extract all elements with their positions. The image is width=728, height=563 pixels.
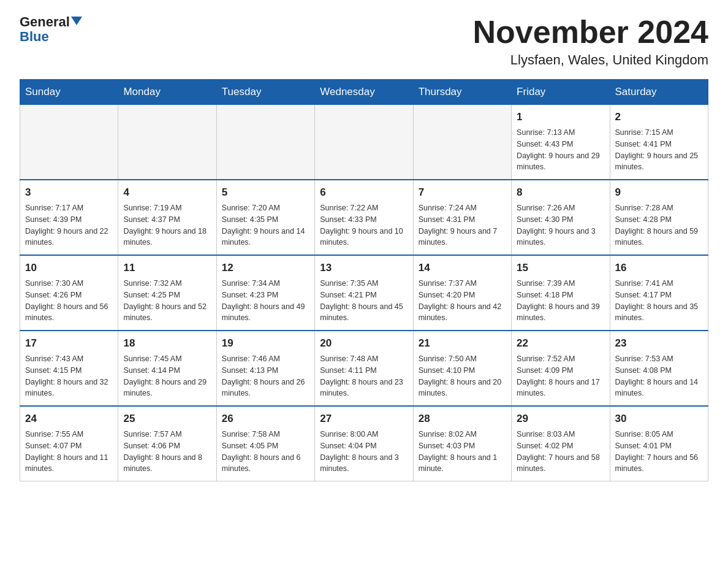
day-number: 22 bbox=[517, 336, 604, 351]
day-number: 9 bbox=[615, 185, 703, 201]
day-number: 29 bbox=[517, 412, 604, 427]
header-friday: Friday bbox=[512, 80, 610, 105]
calendar-day-cell: 3Sunrise: 7:17 AMSunset: 4:39 PMDaylight… bbox=[20, 180, 118, 255]
day-info: Sunrise: 7:20 AMSunset: 4:35 PMDaylight:… bbox=[222, 204, 305, 247]
day-info: Sunrise: 7:26 AMSunset: 4:30 PMDaylight:… bbox=[517, 204, 596, 247]
calendar-day-cell bbox=[413, 105, 511, 180]
header-tuesday: Tuesday bbox=[216, 80, 314, 105]
calendar-day-cell: 22Sunrise: 7:52 AMSunset: 4:09 PMDayligh… bbox=[512, 331, 610, 406]
day-number: 19 bbox=[222, 336, 309, 351]
calendar-day-cell bbox=[118, 105, 216, 180]
day-info: Sunrise: 7:46 AMSunset: 4:13 PMDaylight:… bbox=[222, 354, 305, 398]
calendar-day-cell: 13Sunrise: 7:35 AMSunset: 4:21 PMDayligh… bbox=[315, 255, 413, 331]
day-info: Sunrise: 7:30 AMSunset: 4:26 PMDaylight:… bbox=[25, 279, 108, 323]
day-number: 13 bbox=[320, 261, 408, 276]
page-header: General Blue November 2024 Llysfaen, Wal… bbox=[20, 15, 708, 68]
calendar-day-cell: 7Sunrise: 7:24 AMSunset: 4:31 PMDaylight… bbox=[413, 180, 511, 255]
day-number: 6 bbox=[320, 185, 408, 201]
calendar-month-year: November 2024 bbox=[473, 15, 708, 50]
day-number: 17 bbox=[25, 336, 113, 351]
calendar-day-cell: 2Sunrise: 7:15 AMSunset: 4:41 PMDaylight… bbox=[610, 105, 708, 180]
day-number: 3 bbox=[25, 185, 113, 201]
day-number: 24 bbox=[25, 412, 113, 427]
calendar-day-cell: 10Sunrise: 7:30 AMSunset: 4:26 PMDayligh… bbox=[20, 255, 118, 331]
logo-blue: Blue bbox=[20, 29, 49, 44]
day-info: Sunrise: 8:05 AMSunset: 4:01 PMDaylight:… bbox=[615, 430, 699, 473]
day-info: Sunrise: 7:19 AMSunset: 4:37 PMDaylight:… bbox=[123, 204, 207, 247]
day-info: Sunrise: 7:53 AMSunset: 4:08 PMDaylight:… bbox=[615, 354, 699, 398]
day-number: 21 bbox=[419, 336, 506, 351]
day-number: 8 bbox=[517, 185, 604, 201]
day-number: 26 bbox=[222, 412, 309, 427]
calendar-day-cell: 9Sunrise: 7:28 AMSunset: 4:28 PMDaylight… bbox=[610, 180, 708, 255]
calendar-day-cell: 16Sunrise: 7:41 AMSunset: 4:17 PMDayligh… bbox=[610, 255, 708, 331]
day-number: 20 bbox=[320, 336, 408, 351]
calendar-table: Sunday Monday Tuesday Wednesday Thursday… bbox=[20, 79, 708, 481]
day-info: Sunrise: 7:48 AMSunset: 4:11 PMDaylight:… bbox=[320, 354, 403, 398]
logo-triangle-icon bbox=[71, 17, 82, 25]
day-number: 18 bbox=[123, 336, 211, 351]
header-saturday: Saturday bbox=[610, 80, 708, 105]
day-number: 23 bbox=[615, 336, 703, 351]
day-number: 11 bbox=[123, 261, 211, 276]
day-number: 12 bbox=[222, 261, 309, 276]
day-number: 10 bbox=[25, 261, 113, 276]
day-info: Sunrise: 7:41 AMSunset: 4:17 PMDaylight:… bbox=[615, 279, 699, 323]
day-info: Sunrise: 7:24 AMSunset: 4:31 PMDaylight:… bbox=[419, 204, 498, 247]
calendar-day-cell: 17Sunrise: 7:43 AMSunset: 4:15 PMDayligh… bbox=[20, 331, 118, 406]
day-number: 28 bbox=[419, 412, 506, 427]
header-monday: Monday bbox=[118, 80, 216, 105]
calendar-day-cell: 12Sunrise: 7:34 AMSunset: 4:23 PMDayligh… bbox=[216, 255, 314, 331]
calendar-day-cell: 6Sunrise: 7:22 AMSunset: 4:33 PMDaylight… bbox=[315, 180, 413, 255]
calendar-day-cell: 8Sunrise: 7:26 AMSunset: 4:30 PMDaylight… bbox=[512, 180, 610, 255]
day-info: Sunrise: 7:22 AMSunset: 4:33 PMDaylight:… bbox=[320, 204, 403, 247]
day-info: Sunrise: 7:39 AMSunset: 4:18 PMDaylight:… bbox=[517, 279, 600, 323]
day-info: Sunrise: 7:28 AMSunset: 4:28 PMDaylight:… bbox=[615, 204, 699, 247]
calendar-week-row: 10Sunrise: 7:30 AMSunset: 4:26 PMDayligh… bbox=[20, 255, 708, 331]
calendar-day-cell: 29Sunrise: 8:03 AMSunset: 4:02 PMDayligh… bbox=[512, 406, 610, 481]
calendar-day-cell bbox=[315, 105, 413, 180]
day-info: Sunrise: 8:00 AMSunset: 4:04 PMDaylight:… bbox=[320, 430, 399, 473]
day-number: 5 bbox=[222, 185, 309, 201]
calendar-location: Llysfaen, Wales, United Kingdom bbox=[473, 52, 708, 68]
calendar-day-cell: 5Sunrise: 7:20 AMSunset: 4:35 PMDaylight… bbox=[216, 180, 314, 255]
header-thursday: Thursday bbox=[413, 80, 511, 105]
day-info: Sunrise: 7:57 AMSunset: 4:06 PMDaylight:… bbox=[123, 430, 202, 473]
calendar-day-cell: 21Sunrise: 7:50 AMSunset: 4:10 PMDayligh… bbox=[413, 331, 511, 406]
calendar-week-row: 17Sunrise: 7:43 AMSunset: 4:15 PMDayligh… bbox=[20, 331, 708, 406]
day-info: Sunrise: 7:43 AMSunset: 4:15 PMDaylight:… bbox=[25, 354, 108, 398]
calendar-week-row: 1Sunrise: 7:13 AMSunset: 4:43 PMDaylight… bbox=[20, 105, 708, 180]
logo-general: General bbox=[20, 15, 70, 29]
day-number: 16 bbox=[615, 261, 703, 276]
calendar-day-cell: 20Sunrise: 7:48 AMSunset: 4:11 PMDayligh… bbox=[315, 331, 413, 406]
calendar-day-cell: 23Sunrise: 7:53 AMSunset: 4:08 PMDayligh… bbox=[610, 331, 708, 406]
day-info: Sunrise: 7:15 AMSunset: 4:41 PMDaylight:… bbox=[615, 128, 699, 172]
calendar-day-cell: 11Sunrise: 7:32 AMSunset: 4:25 PMDayligh… bbox=[118, 255, 216, 331]
calendar-day-cell bbox=[216, 105, 314, 180]
day-info: Sunrise: 7:45 AMSunset: 4:14 PMDaylight:… bbox=[123, 354, 207, 398]
day-info: Sunrise: 7:35 AMSunset: 4:21 PMDaylight:… bbox=[320, 279, 403, 323]
calendar-day-cell: 28Sunrise: 8:02 AMSunset: 4:03 PMDayligh… bbox=[413, 406, 511, 481]
day-number: 1 bbox=[517, 110, 604, 125]
day-number: 4 bbox=[123, 185, 211, 201]
day-info: Sunrise: 7:52 AMSunset: 4:09 PMDaylight:… bbox=[517, 354, 600, 398]
logo: General Blue bbox=[20, 15, 82, 44]
day-number: 14 bbox=[419, 261, 506, 276]
day-info: Sunrise: 8:03 AMSunset: 4:02 PMDaylight:… bbox=[517, 430, 600, 473]
calendar-day-cell: 14Sunrise: 7:37 AMSunset: 4:20 PMDayligh… bbox=[413, 255, 511, 331]
calendar-day-cell: 4Sunrise: 7:19 AMSunset: 4:37 PMDaylight… bbox=[118, 180, 216, 255]
calendar-day-cell: 18Sunrise: 7:45 AMSunset: 4:14 PMDayligh… bbox=[118, 331, 216, 406]
calendar-day-cell: 19Sunrise: 7:46 AMSunset: 4:13 PMDayligh… bbox=[216, 331, 314, 406]
day-info: Sunrise: 7:37 AMSunset: 4:20 PMDaylight:… bbox=[419, 279, 502, 323]
day-info: Sunrise: 7:58 AMSunset: 4:05 PMDaylight:… bbox=[222, 430, 301, 473]
day-info: Sunrise: 7:13 AMSunset: 4:43 PMDaylight:… bbox=[517, 128, 600, 172]
day-info: Sunrise: 7:34 AMSunset: 4:23 PMDaylight:… bbox=[222, 279, 305, 323]
calendar-day-cell: 1Sunrise: 7:13 AMSunset: 4:43 PMDaylight… bbox=[512, 105, 610, 180]
day-info: Sunrise: 8:02 AMSunset: 4:03 PMDaylight:… bbox=[419, 430, 498, 473]
day-number: 15 bbox=[517, 261, 604, 276]
calendar-day-cell: 24Sunrise: 7:55 AMSunset: 4:07 PMDayligh… bbox=[20, 406, 118, 481]
calendar-day-cell: 25Sunrise: 7:57 AMSunset: 4:06 PMDayligh… bbox=[118, 406, 216, 481]
header-sunday: Sunday bbox=[20, 80, 118, 105]
calendar-day-cell: 26Sunrise: 7:58 AMSunset: 4:05 PMDayligh… bbox=[216, 406, 314, 481]
day-info: Sunrise: 7:17 AMSunset: 4:39 PMDaylight:… bbox=[25, 204, 108, 247]
